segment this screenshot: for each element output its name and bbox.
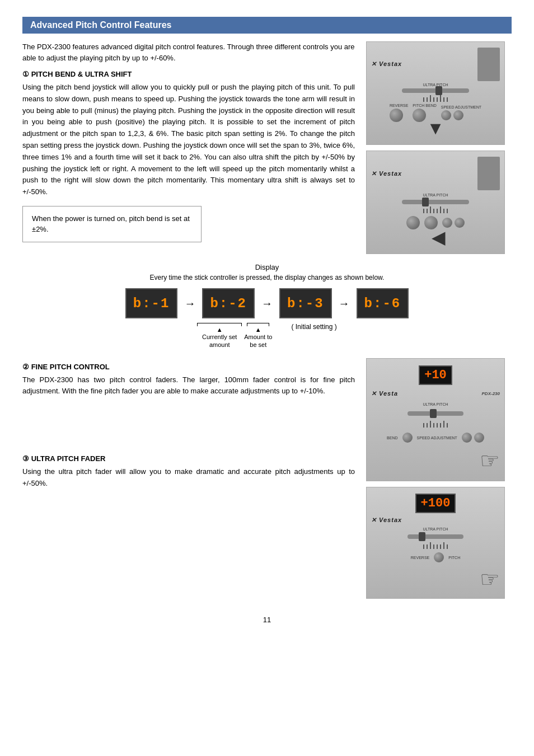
- label-currently-set: Currently set amount: [202, 333, 237, 349]
- tick: [443, 209, 444, 213]
- tick: [433, 209, 434, 213]
- label-initial-setting: ( Initial setting ): [291, 323, 336, 331]
- tick: [443, 542, 444, 549]
- arrow-1: →: [184, 297, 195, 310]
- fine-btn-1: [402, 433, 413, 443]
- pitch-thumb-2: [422, 198, 429, 206]
- tick: [447, 544, 448, 549]
- tick: [430, 95, 431, 102]
- note-box: When the power is turned on, pitch bend …: [22, 206, 202, 242]
- hand-pointer-ultra: ☞: [480, 566, 500, 592]
- tick: [433, 97, 434, 102]
- pitch-bend-body: Using the pitch bend joystick will allow…: [22, 82, 355, 198]
- pitch-bend-title: PITCH BEND & ULTRA SHIFT: [31, 70, 132, 78]
- bottom-left-column: ② FINE PITCH CONTROL The PDX-2300 has tw…: [22, 358, 355, 599]
- tick: [447, 97, 448, 102]
- device-render-2: ✕ Vestax ULTRA PITCH: [367, 151, 504, 253]
- ultra-pitch-title: ULTRA PITCH FADER: [31, 454, 106, 463]
- down-arrow-indicator: ▼: [427, 118, 444, 139]
- tick-marks-1: [423, 95, 448, 102]
- top-section: The PDX-2300 features advanced digital p…: [22, 41, 512, 254]
- pitch-bend-btn: [413, 109, 426, 122]
- tick: [427, 97, 428, 102]
- arrow-3: →: [339, 297, 350, 310]
- pitch-thumb-1: [435, 86, 442, 95]
- tick: [440, 423, 441, 428]
- tick: [437, 97, 438, 102]
- tick-marks-2: [423, 206, 448, 213]
- section-title: Advanced Pitch Control Features: [22, 17, 512, 34]
- fine-pitch-thumb: [430, 409, 437, 418]
- tick: [443, 421, 444, 428]
- reverse-label-ultra: REVERSE: [411, 556, 429, 560]
- tick: [437, 209, 438, 213]
- fine-btn-2: [462, 433, 472, 443]
- right-column-top: ✕ Vestax ULTRA PITCH: [366, 41, 512, 254]
- tick: [430, 421, 431, 428]
- tick: [440, 206, 441, 213]
- ultra-pitch-ultra-label: ULTRA PITCH: [423, 527, 448, 531]
- ultra-pitch-heading: ③ ULTRA PITCH FADER: [22, 454, 355, 463]
- tick: [440, 95, 441, 102]
- tick: [423, 97, 424, 102]
- device-render-1: ✕ Vestax ULTRA PITCH: [367, 42, 504, 144]
- fine-controls-sim: BEND SPEED ADJUSTMENT: [387, 433, 484, 443]
- display-title: Display: [22, 263, 512, 271]
- pitch-bend-label: PITCH BEND: [413, 104, 436, 107]
- pitch-slider-1: [402, 88, 469, 93]
- tick: [437, 544, 438, 549]
- ultra-tick-marks: [423, 542, 448, 549]
- note-text: When the power is turned on, pitch bend …: [32, 213, 192, 235]
- left-column: The PDX-2300 features advanced digital p…: [22, 41, 355, 254]
- fine-btn-3: [474, 433, 484, 443]
- tick: [423, 209, 424, 213]
- speed-btn-2: [453, 110, 463, 120]
- ultra-controls-sim: REVERSE PITCH: [411, 552, 460, 562]
- reverse-label: REVERSE: [390, 104, 408, 107]
- fine-pitch-number: ②: [22, 363, 29, 371]
- ultra-pitch-image: +100 ✕ Vestax ULTRA PITCH: [366, 487, 505, 599]
- display-value-3: b:-3: [287, 296, 324, 311]
- hand-pointer-fine: ☞: [480, 448, 500, 473]
- pdx-model-fine: PDX-230: [482, 391, 500, 396]
- tick: [433, 423, 434, 428]
- speed-adj-label: SPEED ADJUSTMENT: [417, 436, 457, 440]
- display-subtitle: Every time the stick controller is press…: [22, 274, 512, 281]
- reverse-btn: [390, 109, 403, 122]
- tick: [437, 423, 438, 428]
- pitch-bend-heading: ① PITCH BEND & ULTRA SHIFT: [22, 70, 355, 78]
- ultra-pitch-number: ③: [22, 454, 29, 463]
- bend-label: BEND: [387, 436, 397, 440]
- ultra-btn-1: [434, 552, 444, 562]
- ctrl-btn-1: [406, 216, 420, 229]
- display-value-1: b:-1: [133, 296, 170, 311]
- pitch-bend-number: ①: [22, 70, 29, 78]
- ultra-pitch-render: +100 ✕ Vestax ULTRA PITCH: [367, 487, 504, 598]
- display-box-3: b:-3: [279, 288, 332, 318]
- page-number: 11: [22, 616, 512, 624]
- display-value-2: b:-2: [210, 296, 247, 311]
- pitch-slider-2: [402, 200, 469, 204]
- display-box-4: b:-6: [357, 288, 409, 318]
- vestax-brand-ultra: ✕ Vestax: [371, 516, 402, 524]
- label-amount-to-be-set: Amount to be set: [244, 333, 272, 349]
- tick: [433, 544, 434, 549]
- tick: [427, 423, 428, 428]
- display-box-2: b:-2: [202, 288, 255, 318]
- tick: [447, 209, 448, 213]
- speed-label: SPEED ADJUSTMENT: [441, 105, 481, 109]
- arrow-2: →: [261, 297, 273, 310]
- up-arrow-currently: ▲: [217, 326, 223, 333]
- tick: [443, 97, 444, 102]
- display-row: b:-1 → b:-2 → b:-3 → b:-6: [22, 288, 512, 318]
- tick: [423, 423, 424, 428]
- fine-pitch-ultra-label: ULTRA PITCH: [423, 402, 448, 406]
- fine-pitch-slider: [407, 411, 463, 416]
- left-arrow-indicator: ◀: [426, 227, 446, 248]
- bottom-right-column: +10 ✕ Vesta PDX-230 ULTRA PITCH: [366, 358, 512, 599]
- tick: [440, 544, 441, 549]
- ultra-pitch-body: Using the ultra pitch fader will allow y…: [22, 466, 355, 490]
- display-value-4: b:-6: [364, 296, 401, 311]
- tick: [423, 544, 424, 549]
- fine-pitch-render: +10 ✕ Vesta PDX-230 ULTRA PITCH: [367, 359, 504, 481]
